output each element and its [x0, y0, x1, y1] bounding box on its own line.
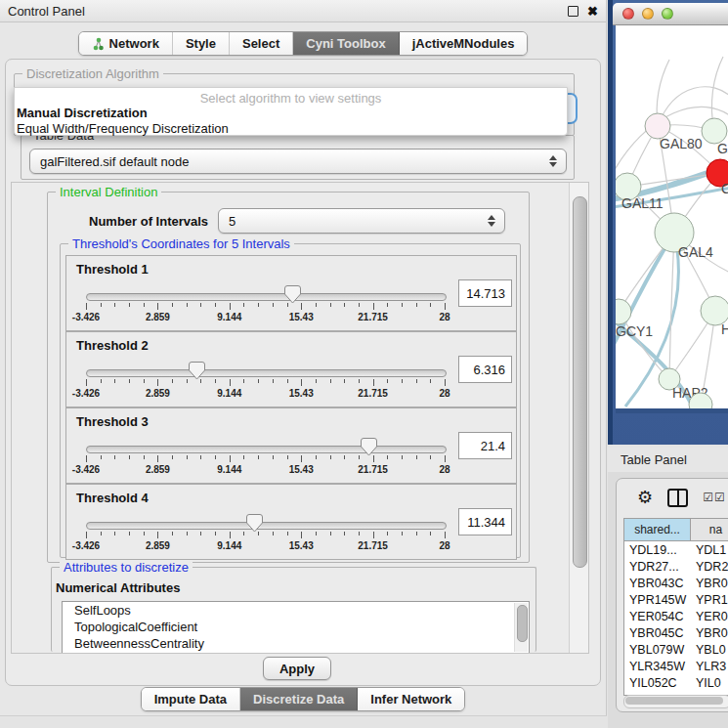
column-header[interactable]: na: [691, 519, 728, 540]
gear-icon[interactable]: ⚙: [637, 489, 653, 506]
table-cell: YER054C: [624, 608, 691, 624]
tab-label: Select: [242, 36, 279, 51]
panel-vertical-scrollbar[interactable]: [569, 183, 588, 653]
table-row[interactable]: YLR345WYLR3: [624, 658, 728, 674]
network-node[interactable]: [616, 299, 631, 324]
threshold-value-field[interactable]: 11.344: [458, 508, 512, 535]
slider-thumb[interactable]: [189, 362, 205, 380]
tab-jactivemnodules[interactable]: jActiveMNodules: [400, 32, 528, 55]
number-of-intervals-combo[interactable]: 5: [218, 208, 505, 234]
slider-track[interactable]: [86, 293, 447, 301]
table-horizontal-scrollbar[interactable]: [623, 695, 728, 708]
top-tabbar: NetworkStyleSelectCyni ToolboxjActiveMNo…: [0, 31, 606, 56]
slider-ticks: [86, 455, 445, 463]
node-table[interactable]: shared...na YDL19...YDL1YDR27...YDR2YBR0…: [623, 518, 728, 696]
slider-thumb[interactable]: [284, 285, 301, 304]
node-label: GAL4: [678, 244, 713, 260]
column-layout-icon[interactable]: [667, 489, 688, 507]
threshold-box: Threshold 3-3.4262.8599.14415.4321.71528…: [65, 407, 517, 484]
tab-select[interactable]: Select: [230, 32, 293, 55]
zoom-traffic-light[interactable]: [662, 8, 673, 20]
tab-infer-network[interactable]: Infer Network: [358, 688, 464, 710]
slider-track[interactable]: [86, 446, 447, 453]
network-window-titlebar: [613, 3, 728, 25]
network-view-canvas[interactable]: GAL80GACGAL11GAL4GCY1HHAP2: [616, 25, 728, 408]
table-cell: YBR045C: [624, 624, 691, 641]
table-row[interactable]: YER054CYER0: [624, 608, 728, 624]
threshold-label: Threshold 4: [76, 491, 149, 505]
table-cell: YLR3: [691, 658, 728, 674]
list-item[interactable]: BetweennessCentrality: [63, 635, 529, 652]
attributes-group-title: Attributes to discretize: [60, 560, 193, 575]
tab-discretize-data[interactable]: Discretize Data: [240, 688, 358, 710]
table-cell: YDL19...: [624, 541, 691, 558]
numerical-attributes-list[interactable]: SelfLoopsTopologicalCoefficientBetweenne…: [62, 601, 530, 654]
table-cell: YLR345W: [624, 658, 691, 674]
control-panel-window: Control Panel ✖ NetworkStyleSelectCyni T…: [0, 0, 607, 716]
algorithm-dropdown-popup: Select algorithm to view settings Manual…: [14, 87, 568, 136]
table-cell: YBL0: [691, 641, 728, 658]
table-cell: YBR043C: [624, 575, 691, 591]
algorithm-option[interactable]: Equal Width/Frequency Discretization: [15, 121, 567, 137]
network-window: GAL80GACGAL11GAL4GCY1HHAP2: [608, 0, 728, 445]
algorithm-option[interactable]: Manual Discretization: [15, 106, 567, 121]
cyni-toolbox-panel: Discretization Algorithm Select algorith…: [5, 59, 601, 686]
table-panel-titlebar: Table Panel: [608, 448, 728, 473]
table-row[interactable]: YDL19...YDL1: [624, 541, 728, 558]
tab-label: Cyni Toolbox: [306, 36, 385, 51]
table-row[interactable]: YBL079WYBL0: [624, 641, 728, 658]
slider-thumb[interactable]: [361, 438, 377, 456]
minimize-traffic-light[interactable]: [642, 8, 654, 20]
threshold-value-field[interactable]: 14.713: [458, 279, 512, 307]
column-header[interactable]: shared...: [624, 519, 691, 540]
node-label: C: [721, 181, 728, 196]
slider-track[interactable]: [86, 369, 447, 377]
tab-network[interactable]: Network: [79, 32, 173, 55]
table-cell: YDL1: [691, 541, 728, 558]
scrollbar-thumb[interactable]: [573, 196, 587, 568]
table-row[interactable]: YPR145WYPR1: [624, 591, 728, 608]
tab-label: Style: [186, 36, 216, 51]
canvas-bottom-shadow: [616, 408, 728, 413]
tab-cyni-toolbox[interactable]: Cyni Toolbox: [293, 32, 399, 55]
close-icon[interactable]: ✖: [587, 5, 598, 18]
close-traffic-light[interactable]: [622, 8, 634, 20]
slider-tick-labels: -3.4262.8599.14415.4321.71528: [86, 388, 445, 400]
tab-impute-data[interactable]: Impute Data: [142, 688, 240, 710]
table-row[interactable]: YBR045CYBR0: [624, 624, 728, 641]
table-cell: YER0: [691, 608, 728, 624]
tab-style[interactable]: Style: [173, 32, 230, 55]
numerical-attributes-heading: Numerical Attributes: [56, 580, 180, 595]
table-data-combo[interactable]: galFiltered.sif default node: [29, 149, 567, 174]
control-panel-titlebar: Control Panel ✖: [0, 0, 606, 22]
threshold-box: Threshold 4-3.4262.8599.14415.4321.71528…: [65, 484, 517, 560]
screen: Control Panel ✖ NetworkStyleSelectCyni T…: [0, 0, 728, 728]
table-row[interactable]: YIL052CYIL0: [624, 674, 728, 691]
slider-tick-labels: -3.4262.8599.14415.4321.71528: [86, 312, 445, 323]
apply-button[interactable]: Apply: [263, 657, 331, 680]
stepper-arrows-icon: [483, 215, 504, 227]
slider-tick-labels: -3.4262.8599.14415.4321.71528: [86, 464, 445, 476]
threshold-value-field[interactable]: 6.316: [458, 356, 512, 383]
attributes-list-scrollbar[interactable]: [514, 603, 528, 652]
slider-track[interactable]: [86, 522, 447, 530]
table-data-combo-value: galFiltered.sif default node: [30, 154, 544, 169]
table-cell: YIL052C: [624, 674, 691, 691]
checkbox-icons[interactable]: ☑☑: [703, 491, 726, 504]
list-item[interactable]: TopologicalCoefficient: [63, 619, 529, 635]
threshold-label: Threshold 3: [76, 414, 149, 429]
list-item[interactable]: SelfLoops: [63, 602, 529, 619]
node-label: H: [721, 321, 728, 337]
table-row[interactable]: YBR043CYBR0: [624, 575, 728, 591]
table-cell: YBR0: [691, 575, 728, 591]
window-frame-edge: [608, 0, 613, 445]
control-panel-title: Control Panel: [0, 4, 85, 19]
table-row[interactable]: YDR27...YDR2: [624, 558, 728, 575]
table-panel-toolbar: ⚙ ☑☑: [617, 483, 728, 512]
scrollbar-thumb[interactable]: [625, 697, 723, 705]
network-icon: [92, 37, 105, 51]
threshold-value-field[interactable]: 21.4: [458, 432, 512, 459]
threshold-box: Threshold 2-3.4262.8599.14415.4321.71528…: [65, 331, 517, 407]
float-window-icon[interactable]: [568, 6, 578, 17]
slider-thumb[interactable]: [246, 514, 263, 533]
